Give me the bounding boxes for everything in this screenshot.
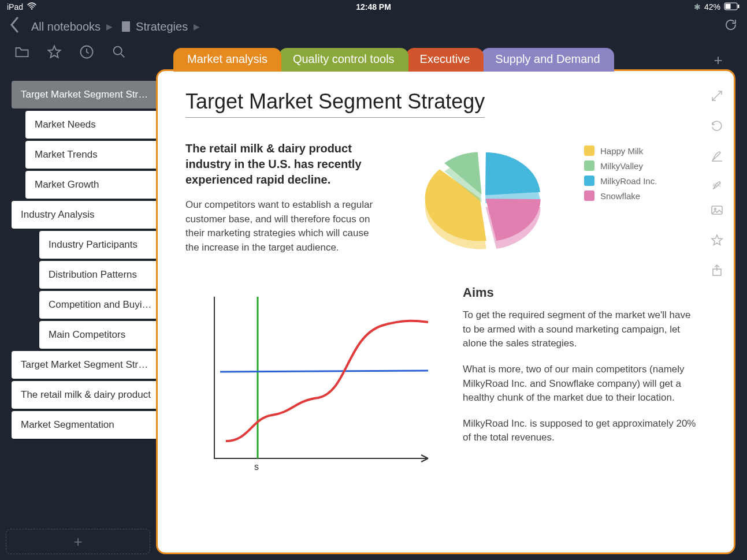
legend-swatch bbox=[584, 191, 594, 201]
folder-icon[interactable] bbox=[14, 44, 30, 62]
page-title: Target Market Segment Strategy bbox=[185, 89, 485, 118]
lead-paragraph: The retail milk & dairy product industry… bbox=[185, 141, 382, 188]
image-icon[interactable] bbox=[709, 203, 724, 218]
outline-item[interactable]: Market Needs bbox=[25, 111, 162, 139]
tabs-row: Market analysis Quality control tools Ex… bbox=[173, 47, 730, 72]
sketch-chart: s bbox=[185, 285, 440, 476]
legend-item: MilkyValley bbox=[584, 160, 657, 171]
aims-paragraph: To get the required segment of the marke… bbox=[463, 308, 699, 351]
search-icon[interactable] bbox=[111, 44, 127, 62]
legend-swatch bbox=[584, 160, 594, 171]
outline-item[interactable]: Distribution Patterns bbox=[39, 261, 162, 289]
pie-chart bbox=[399, 141, 573, 268]
body-paragraph: Our competitors want to establish a regu… bbox=[185, 198, 382, 255]
tab-executive[interactable]: Executive bbox=[406, 48, 484, 72]
add-tab-button[interactable]: + bbox=[707, 51, 730, 72]
wifi-icon bbox=[27, 2, 37, 12]
add-note-button[interactable]: + bbox=[6, 529, 150, 554]
back-button[interactable] bbox=[9, 17, 20, 37]
clock: 12:48 PM bbox=[356, 2, 391, 12]
tab-label: Market analysis bbox=[187, 53, 267, 65]
svg-point-0 bbox=[31, 8, 32, 9]
aims-paragraph: What is more, two of our main competitor… bbox=[463, 363, 699, 405]
history-icon[interactable] bbox=[79, 44, 95, 62]
outline-item[interactable]: Market Segmentation bbox=[12, 411, 162, 439]
outline-item[interactable]: Market Growth bbox=[25, 171, 162, 199]
bluetooth-icon: ✱ bbox=[694, 2, 701, 12]
tab-label: Quality control tools bbox=[293, 53, 395, 65]
device-label: iPad bbox=[7, 2, 23, 12]
status-bar: iPad 12:48 PM ✱ 42% bbox=[0, 0, 747, 14]
outline-item[interactable]: Market Trends bbox=[25, 141, 162, 169]
svg-point-7 bbox=[715, 208, 716, 210]
legend-label: Snowflake bbox=[600, 191, 640, 201]
aims-heading: Aims bbox=[463, 285, 699, 300]
tab-quality-control[interactable]: Quality control tools bbox=[279, 48, 408, 72]
svg-point-5 bbox=[114, 47, 122, 55]
chart-legend: Happy MilkMilkyValleyMilkyRoad Inc.Snowf… bbox=[584, 141, 657, 206]
favorite-icon[interactable] bbox=[709, 233, 724, 248]
svg-rect-2 bbox=[726, 3, 731, 9]
legend-item: Snowflake bbox=[584, 191, 657, 201]
outline-item[interactable]: Main Competitors bbox=[39, 321, 162, 349]
legend-label: MilkyValley bbox=[600, 161, 643, 171]
legend-swatch bbox=[584, 145, 594, 156]
breadcrumb-notebook[interactable]: Strategies ▶ bbox=[122, 20, 200, 33]
breadcrumb-root[interactable]: All notebooks ▶ bbox=[31, 20, 113, 33]
tab-supply-demand[interactable]: Supply and Demand bbox=[481, 48, 614, 72]
notebook-icon bbox=[122, 21, 130, 32]
legend-label: Happy Milk bbox=[600, 146, 643, 156]
battery-percent: 42% bbox=[704, 2, 720, 12]
legend-swatch bbox=[584, 176, 594, 186]
tab-label: Executive bbox=[420, 53, 470, 65]
chevron-right-icon: ▶ bbox=[106, 22, 113, 31]
share-icon[interactable] bbox=[709, 263, 724, 278]
outline-item[interactable]: Target Market Segment Strategy bbox=[12, 81, 162, 109]
breadcrumb-root-label: All notebooks bbox=[31, 20, 101, 33]
tab-label: Supply and Demand bbox=[495, 53, 600, 65]
breadcrumb: All notebooks ▶ Strategies ▶ bbox=[0, 14, 747, 39]
undo-icon[interactable] bbox=[709, 118, 724, 133]
note-toolbar: abc bbox=[709, 88, 724, 278]
legend-item: MilkyRoad Inc. bbox=[584, 176, 657, 186]
outline-sidebar: Target Market Segment StrategyMarket Nee… bbox=[12, 81, 162, 441]
sync-button[interactable] bbox=[724, 18, 738, 35]
aims-paragraph: MilkyRoad Inc. is supposed to get approx… bbox=[463, 417, 699, 445]
outline-item[interactable]: Industry Analysis bbox=[12, 201, 162, 229]
sketch-axis-label: s bbox=[254, 462, 259, 472]
legend-item: Happy Milk bbox=[584, 145, 657, 156]
outline-item[interactable]: Industry Participants bbox=[39, 231, 162, 259]
svg-rect-3 bbox=[738, 5, 739, 8]
outline-item[interactable]: Competition and Buying bbox=[39, 291, 162, 319]
breadcrumb-notebook-label: Strategies bbox=[136, 20, 188, 33]
chevron-right-icon: ▶ bbox=[194, 22, 200, 31]
star-icon[interactable] bbox=[46, 44, 62, 62]
tab-market-analysis[interactable]: Market analysis bbox=[173, 48, 281, 72]
battery-icon bbox=[724, 2, 740, 12]
outline-item[interactable]: The retail milk & dairy product bbox=[12, 381, 162, 409]
pen-icon[interactable] bbox=[709, 148, 724, 163]
expand-icon[interactable] bbox=[709, 88, 724, 103]
outline-item[interactable]: Target Market Segment Strategy bbox=[12, 351, 162, 379]
note-page: abc Target Market Segment Strategy The r… bbox=[156, 69, 735, 554]
legend-label: MilkyRoad Inc. bbox=[600, 176, 657, 186]
